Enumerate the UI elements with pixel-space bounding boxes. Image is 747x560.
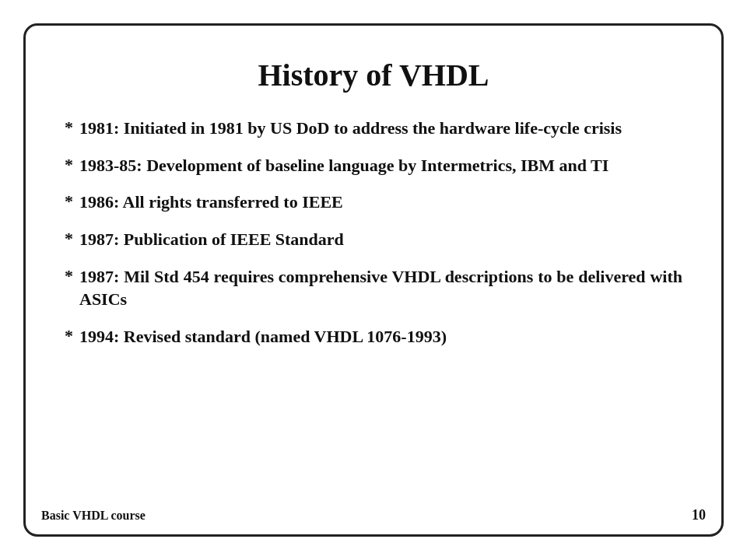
bullet-star: * bbox=[65, 191, 73, 212]
list-item: * 1987: Mil Std 454 requires comprehensi… bbox=[65, 265, 682, 311]
bullet-text: 1983-85: Development of baseline languag… bbox=[79, 154, 608, 177]
bullet-star: * bbox=[65, 326, 73, 346]
bullet-text: 1987: Mil Std 454 requires comprehensive… bbox=[79, 265, 682, 311]
footer-page-number: 10 bbox=[692, 507, 706, 523]
content-area: * 1981: Initiated in 1981 by US DoD to a… bbox=[65, 117, 682, 488]
list-item: * 1983-85: Development of baseline langu… bbox=[65, 154, 682, 177]
bullet-star: * bbox=[65, 155, 73, 175]
bullet-star: * bbox=[65, 266, 73, 286]
list-item: * 1994: Revised standard (named VHDL 107… bbox=[65, 325, 682, 348]
bullet-text: 1981: Initiated in 1981 by US DoD to add… bbox=[79, 117, 622, 140]
bullet-star: * bbox=[65, 117, 73, 138]
list-item: * 1987: Publication of IEEE Standard bbox=[65, 228, 682, 251]
bullet-star: * bbox=[65, 229, 73, 249]
list-item: * 1986: All rights transferred to IEEE bbox=[65, 191, 682, 214]
slide-title: History of VHDL bbox=[65, 57, 682, 93]
bullet-text: 1994: Revised standard (named VHDL 1076-… bbox=[79, 325, 447, 348]
slide-footer: Basic VHDL course 10 bbox=[26, 507, 721, 523]
bullet-text: 1987: Publication of IEEE Standard bbox=[79, 228, 344, 251]
bullet-text: 1986: All rights transferred to IEEE bbox=[79, 191, 343, 214]
footer-course-name: Basic VHDL course bbox=[41, 509, 146, 523]
list-item: * 1981: Initiated in 1981 by US DoD to a… bbox=[65, 117, 682, 140]
slide-container: History of VHDL * 1981: Initiated in 198… bbox=[23, 23, 724, 537]
